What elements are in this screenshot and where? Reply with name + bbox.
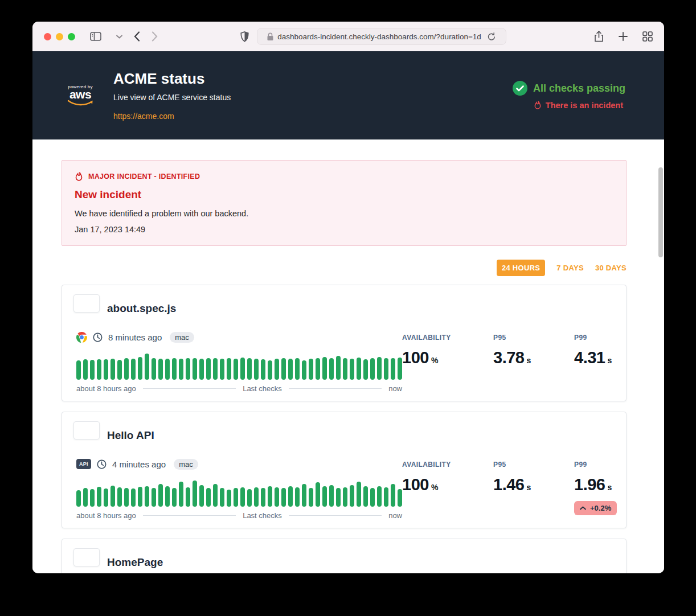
aws-logo: powered by aws [65,84,95,106]
p99-value: 1.96 [574,475,605,494]
site-header: powered by aws ACME status Live view of … [32,51,664,139]
chevron-down-icon[interactable] [116,35,122,39]
p99-unit: s [607,356,612,365]
page-content: MAJOR INCIDENT - IDENTIFIED New incident… [32,139,664,573]
availability-value: 100 [402,348,429,367]
page-title: ACME status [113,70,231,88]
check-name: HomePage [107,556,163,569]
p99-value: 4.31 [574,348,605,367]
incident-title: New incident [75,188,613,201]
tag-pill: mac [170,332,194,343]
incident-kicker: MAJOR INCIDENT - IDENTIFIED [88,173,200,180]
check-card-hello-api: Hello API API 4 minutes ago mac [62,412,627,528]
axis-start-label: about 8 hours ago [76,384,136,393]
availability-value: 100 [402,475,429,494]
scrollbar-thumb[interactable] [658,167,663,257]
aws-brand-label: aws [69,89,91,100]
axis-end-label: now [388,384,402,393]
site-link[interactable]: https://acme.com [113,112,174,121]
p99-trend-value: +0.2% [590,504,611,512]
incident-message: We have identified a problem with our ba… [75,209,613,218]
zoom-window-button[interactable] [68,33,75,40]
range-button-7-days[interactable]: 7 DAYS [556,264,584,272]
check-name: about.spec.js [107,302,176,315]
axis-middle-label: Last checks [243,384,282,393]
new-tab-icon[interactable] [619,32,628,41]
incident-link-text: There is an incident [546,101,623,110]
availability-label: AVAILABILITY [402,461,469,469]
time-range-selector: 24 HOURS 7 DAYS 30 DAYS [62,260,627,276]
clock-icon [93,332,103,342]
address-bar[interactable]: dashboards-incident.checkly-dashboards.c… [257,28,506,45]
p95-label: P95 [493,461,550,469]
p95-value: 1.46 [493,475,524,494]
reload-button[interactable] [488,32,496,41]
back-button[interactable] [134,31,140,42]
tab-overview-icon[interactable] [642,31,653,42]
p95-label: P95 [493,334,550,342]
check-passing-icon [73,548,100,566]
incident-link[interactable]: There is an incident [534,100,623,110]
p95-unit: s [526,356,531,365]
minimize-window-button[interactable] [56,33,63,40]
chart-axis: about 8 hours ago Last checks now [76,384,402,393]
p99-unit: s [607,483,612,492]
chart-axis: about 8 hours ago Last checks now [76,511,402,520]
aws-smile-icon [67,100,93,106]
incident-banner: MAJOR INCIDENT - IDENTIFIED New incident… [62,160,627,246]
chrome-browser-icon [76,332,87,343]
p95-unit: s [526,483,531,492]
p99-label: P99 [574,461,631,469]
check-results-bar-chart[interactable] [76,352,402,380]
availability-unit: % [431,483,438,492]
tag-pill: mac [174,459,198,470]
check-circle-icon [513,81,527,96]
share-icon[interactable] [594,31,604,42]
flame-icon [75,171,83,182]
browser-window: dashboards-incident.checkly-dashboards.c… [32,22,664,573]
p95-value: 3.78 [493,348,524,367]
url-text: dashboards-incident.checkly-dashboards.c… [277,32,481,41]
last-run-text: 4 minutes ago [112,459,166,469]
last-run-text: 8 minutes ago [108,332,162,342]
incident-timestamp: Jan 17, 2023 14:49 [75,225,613,234]
axis-start-label: about 8 hours ago [76,511,136,520]
check-results-bar-chart[interactable] [76,479,402,507]
p99-trend-badge: +0.2% [574,501,617,515]
sidebar-toggle-icon[interactable] [90,32,101,41]
axis-middle-label: Last checks [243,511,282,520]
range-button-30-days[interactable]: 30 DAYS [595,264,627,272]
p99-label: P99 [574,334,631,342]
check-card-homepage: HomePage [62,539,627,573]
availability-label: AVAILABILITY [402,334,469,342]
availability-unit: % [431,356,438,365]
check-passing-icon [73,294,100,313]
clock-icon [97,459,107,469]
check-passing-icon [73,421,100,440]
check-name: Hello API [107,429,154,442]
chevron-up-icon [580,506,586,510]
browser-toolbar: dashboards-incident.checkly-dashboards.c… [32,22,664,51]
check-card-about-spec-js: about.spec.js [62,285,627,401]
axis-end-label: now [388,511,402,520]
flame-icon [534,100,542,110]
forward-button[interactable] [152,31,158,42]
range-button-24-hours[interactable]: 24 HOURS [497,260,545,276]
page-viewport: powered by aws ACME status Live view of … [32,51,664,573]
lock-icon [267,32,273,40]
overall-status: All checks passing [513,81,625,96]
page-subtitle: Live view of ACME service status [113,93,231,102]
traffic-lights [44,33,75,40]
close-window-button[interactable] [44,33,51,40]
privacy-shield-icon[interactable] [240,31,249,42]
overall-status-text: All checks passing [533,83,625,95]
api-check-badge: API [76,459,91,469]
